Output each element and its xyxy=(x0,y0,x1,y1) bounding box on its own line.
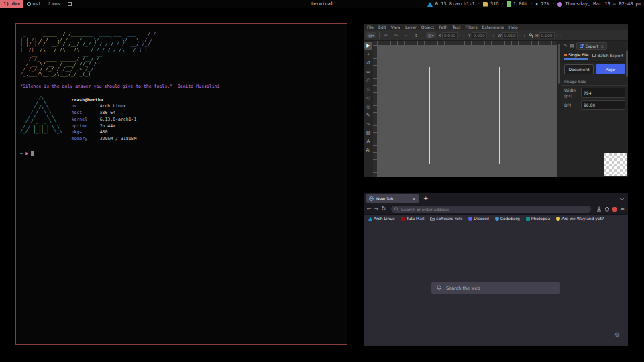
node-tool[interactable]: ⌖ xyxy=(364,50,372,58)
w-minus-button[interactable]: − xyxy=(519,33,522,38)
address-bar[interactable]: Search or enter address xyxy=(391,206,591,213)
toolbar-separator xyxy=(379,32,380,39)
new-tab-search-box[interactable]: Search the web xyxy=(431,282,560,294)
text-tool[interactable]: A xyxy=(364,137,372,145)
height-input-toolbar[interactable]: 0.000 xyxy=(539,32,555,38)
dpi-row: DPI 96.00 xyxy=(561,98,628,110)
scrollbar-thumb[interactable] xyxy=(558,44,560,84)
inkscape-menubar: File Edit View Layer Object Path Text Fi… xyxy=(364,24,628,30)
fetch-row: pkgs480 xyxy=(72,129,137,136)
single-file-tab[interactable]: Single File xyxy=(564,52,588,60)
close-icon[interactable]: × xyxy=(600,44,604,48)
menu-file[interactable]: File xyxy=(367,25,374,29)
flip-horizontal-button[interactable]: ↔ xyxy=(402,32,410,38)
menu-object[interactable]: Object xyxy=(421,25,435,29)
export-dialog-tab[interactable]: Export × xyxy=(576,42,608,50)
dpi-input[interactable]: 96.00 xyxy=(581,100,625,110)
bookmark-arch-linux[interactable]: Arch Linux xyxy=(368,216,395,221)
forward-button[interactable]: → xyxy=(374,206,379,212)
bookmark-discord[interactable]: Discord xyxy=(468,216,489,221)
edit-dialog-icon[interactable]: ✎ xyxy=(564,43,568,48)
inkscape-canvas[interactable] xyxy=(377,45,557,177)
y-plus-button[interactable]: + xyxy=(492,33,495,38)
box-3d-tool[interactable]: ◇ xyxy=(364,94,372,102)
terminal-window[interactable]: __ __ _ _____ / /________ ____ ___ ___ /… xyxy=(15,23,347,345)
layers-dialog-icon[interactable]: ▤ xyxy=(570,43,574,48)
new-tab-button[interactable]: + xyxy=(423,196,429,202)
rotate-ccw-button[interactable]: ↶ xyxy=(382,32,390,38)
align-dropdown[interactable]: ▥▾ xyxy=(426,32,436,38)
active-tab[interactable]: New Tab × xyxy=(366,194,419,203)
prompt-symbol: ▶ xyxy=(25,151,28,156)
menu-help[interactable]: Help xyxy=(508,25,518,29)
fetch-info: crash@bertha osArch Linux hostx86_64 ker… xyxy=(72,96,137,143)
rectangle-tool[interactable]: ▭ xyxy=(364,68,372,76)
pen-tool[interactable]: ∿ xyxy=(364,120,372,128)
workspace-tag-mus[interactable]: ♪ mus xyxy=(44,0,64,8)
panel-scrollbar[interactable] xyxy=(626,50,628,77)
tab-close-icon[interactable]: × xyxy=(412,196,416,202)
x-position-input[interactable]: 0.000 xyxy=(442,32,458,38)
rotate-cw-button[interactable]: ↷ xyxy=(392,32,400,38)
reload-button[interactable]: ↻ xyxy=(381,206,386,212)
menu-text[interactable]: Text xyxy=(452,25,460,29)
w-plus-button[interactable]: + xyxy=(523,33,526,38)
h-plus-button[interactable]: + xyxy=(559,33,563,38)
bookmark-software-refs[interactable]: software refs xyxy=(430,216,462,221)
menu-extensions[interactable]: Extensions xyxy=(482,25,504,29)
document-button[interactable]: Document xyxy=(564,64,594,74)
flip-vertical-button[interactable]: ↕ xyxy=(413,32,420,38)
width-input-toolbar[interactable]: 0.000 xyxy=(502,32,518,38)
layout-symbol-icon[interactable] xyxy=(68,2,72,6)
lock-ratio-icon[interactable] xyxy=(529,33,533,38)
bookmark-photopea[interactable]: Photopea xyxy=(526,216,550,221)
menu-path[interactable]: Path xyxy=(439,25,447,29)
menu-edit[interactable]: Edit xyxy=(378,25,386,29)
batch-export-tab[interactable]: Batch Export xyxy=(592,53,623,59)
select-all-dropdown[interactable]: ▤▾ xyxy=(366,32,376,38)
workspace-tag-dev[interactable]: 1) dev xyxy=(0,0,23,8)
export-width-input[interactable]: 794 xyxy=(581,88,625,98)
ellipse-tool[interactable]: ○ xyxy=(364,76,372,84)
menu-icon[interactable]: ≡ xyxy=(620,206,625,213)
home-icon[interactable] xyxy=(604,206,610,212)
terminal-cursor xyxy=(31,151,34,156)
ublock-extension-icon[interactable] xyxy=(612,207,617,212)
bookmark-codeberg[interactable]: Codeberg xyxy=(495,216,520,221)
menu-filters[interactable]: Filters xyxy=(466,25,478,29)
personalize-gear-icon[interactable]: ⚙ xyxy=(614,331,620,338)
browser-window[interactable]: New Tab × + ← → ↻ Search or enter addres… xyxy=(364,193,628,346)
pencil-tool[interactable]: ✎ xyxy=(364,111,372,119)
page-button[interactable]: Page xyxy=(596,64,625,74)
x-minus-button[interactable]: − xyxy=(458,33,462,38)
star-tool[interactable]: ☆ xyxy=(364,85,372,93)
h-minus-button[interactable]: − xyxy=(555,33,559,38)
calligraphy-tool[interactable]: ▨ xyxy=(364,129,372,137)
address-placeholder: Search or enter address xyxy=(401,207,449,212)
bookmark-are-we-wayland-yet[interactable]: Are we Wayland yet? xyxy=(556,216,604,221)
back-button[interactable]: ← xyxy=(367,206,372,212)
tab-favicon-globe-icon xyxy=(369,196,374,201)
list-all-tabs-icon[interactable] xyxy=(619,197,625,201)
disk-icon xyxy=(483,2,488,7)
shape-builder-tool[interactable]: ↺ xyxy=(364,59,372,67)
x-plus-button[interactable]: + xyxy=(462,33,466,38)
downloads-icon[interactable] xyxy=(596,206,602,212)
more-tools[interactable]: AI xyxy=(364,146,372,154)
discord-favicon xyxy=(468,217,472,221)
menu-layer[interactable]: Layer xyxy=(405,25,417,29)
bookmark-tuta-mail[interactable]: Tuta Mail xyxy=(401,216,425,221)
spiral-tool[interactable]: ◎ xyxy=(364,103,372,111)
search-icon xyxy=(394,207,399,212)
tool-controls-bar: ▤▾ ↶ ↷ ↔ ↕ ▥▾ X 0.000 − + Y 0.000 − + W … xyxy=(364,30,628,41)
selector-tool[interactable]: ▶ xyxy=(364,42,372,50)
export-target-buttons: Document Page xyxy=(561,62,628,77)
shell-prompt[interactable]: ~ ▶ xyxy=(20,151,343,156)
workspace-tag-ust[interactable]: ust xyxy=(23,0,44,8)
welcome-ascii-art: __ __ _ _____ / /________ ____ ___ ___ /… xyxy=(20,27,156,77)
y-position-input[interactable]: 0.000 xyxy=(472,32,487,38)
width-label: Width (px) xyxy=(564,88,579,97)
inkscape-window[interactable]: File Edit View Layer Object Path Text Fi… xyxy=(364,24,628,177)
y-minus-button[interactable]: − xyxy=(488,33,491,38)
menu-view[interactable]: View xyxy=(391,25,400,29)
